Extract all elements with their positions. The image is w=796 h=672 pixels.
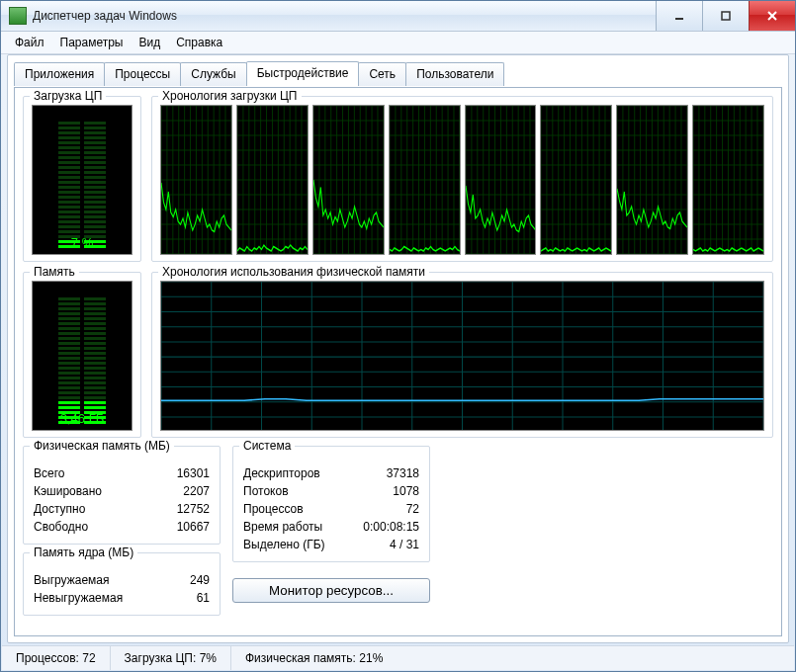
cpu-usage-value: 7 % — [33, 235, 132, 250]
sys-procs-label: Процессов — [243, 500, 327, 518]
tab-performance[interactable]: Быстродействие — [246, 61, 360, 85]
cpu-core-chart-4 — [465, 105, 537, 255]
phys-mem-title: Физическая память (МБ) — [30, 439, 174, 453]
status-bar: Процессов: 72 Загрузка ЦП: 7% Физическая… — [2, 645, 794, 670]
memory-group: Память 3,46 ГБ — [23, 272, 141, 438]
status-memory: Физическая память: 21% — [231, 646, 794, 670]
sys-threads-value: 1078 — [393, 482, 419, 500]
window-title: Диспетчер задач Windows — [33, 9, 656, 23]
kernel-paged-label: Выгружаемая — [34, 571, 133, 589]
kernel-mem-group: Память ядра (МБ) Выгружаемая249 Невыгруж… — [23, 552, 221, 616]
phys-mem-total-label: Всего — [34, 464, 88, 482]
mem-history-group: Хронология использования физической памя… — [151, 272, 773, 438]
minimize-button[interactable] — [656, 1, 702, 31]
sys-handles-value: 37318 — [387, 464, 419, 482]
menubar: Файл Параметры Вид Справка — [1, 32, 795, 54]
cpu-history-group: Хронология загрузки ЦП — [151, 96, 773, 262]
cpu-core-chart-3 — [389, 105, 461, 255]
tab-applications[interactable]: Приложения — [14, 62, 105, 86]
sys-uptime-value: 0:00:08:15 — [363, 518, 419, 536]
sys-commit-value: 4 / 31 — [390, 536, 419, 553]
svg-rect-1 — [722, 12, 730, 20]
resource-monitor-button[interactable]: Монитор ресурсов... — [232, 578, 430, 603]
phys-mem-avail-label: Доступно — [34, 500, 109, 518]
tab-users[interactable]: Пользователи — [405, 62, 504, 86]
kernel-nonpaged-label: Невыгружаемая — [34, 589, 146, 607]
memory-value: 3,46 ГБ — [33, 411, 132, 426]
tab-strip: Приложения Процессы Службы Быстродействи… — [8, 55, 788, 85]
menu-help[interactable]: Справка — [168, 34, 230, 51]
app-icon — [9, 7, 27, 25]
phys-mem-total-value: 16301 — [177, 464, 210, 482]
cpu-core-chart-0 — [160, 105, 232, 255]
system-title: Система — [239, 439, 295, 453]
sys-procs-value: 72 — [406, 500, 419, 518]
phys-mem-free-value: 10667 — [177, 518, 210, 536]
phys-mem-avail-value: 12752 — [177, 500, 210, 518]
phys-mem-cached-label: Кэшировано — [34, 482, 126, 500]
tab-networking[interactable]: Сеть — [358, 62, 406, 86]
kernel-nonpaged-value: 61 — [197, 589, 210, 607]
tab-processes[interactable]: Процессы — [104, 62, 181, 86]
cpu-history-charts — [160, 105, 764, 255]
mem-history-title: Хронология использования физической памя… — [158, 265, 429, 279]
content-area: Приложения Процессы Службы Быстродействи… — [7, 54, 789, 643]
tab-services[interactable]: Службы — [180, 62, 246, 86]
cpu-usage-title: Загрузка ЦП — [30, 89, 106, 103]
performance-panel: Загрузка ЦП 7 % Хронология загрузки ЦП П… — [14, 87, 782, 636]
memory-meter: 3,46 ГБ — [32, 281, 133, 431]
cpu-usage-meter: 7 % — [32, 105, 133, 255]
titlebar[interactable]: Диспетчер задач Windows — [1, 1, 795, 32]
status-cpu: Загрузка ЦП: 7% — [111, 646, 231, 670]
task-manager-window: Диспетчер задач Windows Файл Параметры В… — [0, 0, 796, 672]
maximize-button[interactable] — [702, 1, 749, 31]
sys-uptime-label: Время работы — [243, 518, 346, 536]
cpu-core-chart-1 — [236, 105, 309, 255]
cpu-core-chart-6 — [616, 105, 688, 255]
kernel-paged-value: 249 — [190, 571, 210, 589]
system-group: Система Дескрипторов37318 Потоков1078 Пр… — [232, 446, 430, 562]
menu-view[interactable]: Вид — [131, 34, 168, 51]
menu-file[interactable]: Файл — [7, 34, 52, 51]
menu-options[interactable]: Параметры — [52, 34, 132, 51]
cpu-history-title: Хронология загрузки ЦП — [158, 89, 302, 103]
cpu-core-chart-2 — [312, 105, 385, 255]
status-processes: Процессов: 72 — [2, 646, 111, 670]
mem-history-chart — [160, 281, 764, 431]
memory-title: Память — [30, 265, 79, 279]
sys-threads-label: Потоков — [243, 482, 312, 500]
sys-handles-label: Дескрипторов — [243, 464, 344, 482]
cpu-core-chart-5 — [540, 105, 612, 255]
cpu-core-chart-7 — [692, 105, 764, 255]
close-button[interactable] — [749, 1, 795, 31]
phys-mem-group: Физическая память (МБ) Всего16301 Кэширо… — [23, 446, 221, 545]
sys-commit-label: Выделено (ГБ) — [243, 536, 349, 553]
phys-mem-free-label: Свободно — [34, 518, 112, 536]
kernel-mem-title: Память ядра (МБ) — [30, 546, 137, 559]
phys-mem-cached-value: 2207 — [183, 482, 210, 500]
cpu-usage-group: Загрузка ЦП 7 % — [23, 96, 141, 262]
